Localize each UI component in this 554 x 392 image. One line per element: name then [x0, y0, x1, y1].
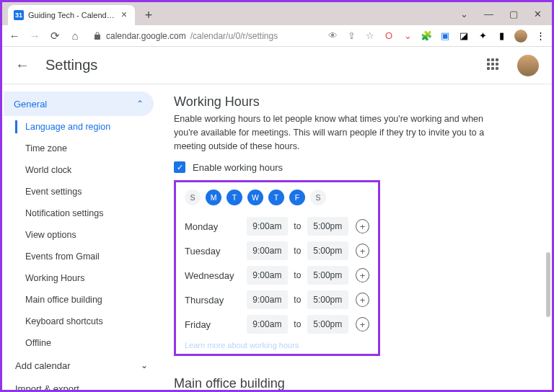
ext-icon-3[interactable]: ◪: [458, 30, 470, 42]
day-chip-S[interactable]: S: [185, 190, 201, 205]
enable-working-hours-label: Enable working hours: [193, 162, 283, 173]
menu-icon[interactable]: ⋮: [535, 30, 546, 42]
hours-row: Monday9:00amto5:00pm+: [185, 214, 369, 239]
eye-icon[interactable]: 👁: [327, 30, 338, 42]
url-path: /calendar/u/0/r/settings: [190, 31, 278, 41]
to-label: to: [288, 319, 307, 329]
profile-avatar-small[interactable]: [514, 30, 527, 43]
google-apps-icon[interactable]: [487, 58, 501, 73]
add-time-button[interactable]: +: [356, 317, 369, 331]
day-label: Tuesday: [185, 246, 247, 257]
add-time-button[interactable]: +: [356, 268, 369, 282]
sidebar-item-viewoptions[interactable]: View options: [2, 224, 161, 246]
chevron-down-icon: ⌄: [141, 360, 148, 370]
sidebar-group-import[interactable]: Import & export: [2, 377, 161, 390]
end-time-input[interactable]: 5:00pm: [307, 315, 348, 334]
close-tab-icon[interactable]: ×: [119, 10, 129, 20]
settings-sidebar: General ⌃ Language and region Time zone …: [2, 84, 161, 390]
sidebar-item-workinghours[interactable]: Working Hours: [2, 267, 161, 289]
working-hours-desc: Enable working hours to let people know …: [174, 112, 506, 153]
end-time-input[interactable]: 5:00pm: [307, 290, 348, 309]
sidebar-item-language[interactable]: Language and region: [2, 116, 161, 138]
forward-button[interactable]: →: [28, 30, 41, 43]
day-chip-M[interactable]: M: [206, 190, 221, 205]
page-title: Settings: [45, 57, 97, 74]
to-label: to: [288, 246, 307, 256]
day-chip-W[interactable]: W: [247, 190, 263, 205]
sidebar-item-officebuilding[interactable]: Main office building: [2, 289, 161, 311]
end-time-input[interactable]: 5:00pm: [307, 241, 348, 260]
add-time-button[interactable]: +: [356, 244, 369, 258]
sidebar-group-general[interactable]: General ⌃: [4, 92, 154, 116]
hours-row: Friday9:00amto5:00pm+: [185, 312, 369, 337]
day-chip-T[interactable]: T: [227, 190, 242, 205]
start-time-input[interactable]: 9:00am: [247, 241, 288, 260]
extensions-icon[interactable]: ✦: [477, 30, 488, 42]
url-host: calendar.google.com: [106, 31, 186, 41]
start-time-input[interactable]: 9:00am: [247, 217, 288, 236]
account-avatar[interactable]: [517, 55, 539, 76]
sidebar-item-eventsettings[interactable]: Event settings: [2, 181, 161, 202]
opera-ext-icon[interactable]: O: [383, 30, 395, 42]
scrollbar[interactable]: [546, 252, 550, 317]
day-chip-T[interactable]: T: [268, 190, 284, 205]
close-window-icon[interactable]: ✕: [534, 9, 542, 19]
chevron-up-icon: ⌃: [136, 99, 144, 109]
working-hours-title: Working Hours: [174, 94, 539, 110]
ext-icon-1[interactable]: 🧩: [421, 30, 432, 42]
tab-title: Guiding Tech - Calendar - Gener: [28, 11, 115, 19]
minimize-icon[interactable]: —: [484, 9, 493, 19]
address-bar[interactable]: calendar.google.com/calendar/u/0/r/setti…: [89, 31, 320, 41]
working-hours-panel: SMTWTFS Monday9:00amto5:00pm+Tuesday9:00…: [174, 180, 380, 356]
sidebar-item-timezone[interactable]: Time zone: [2, 138, 161, 159]
to-label: to: [288, 270, 307, 280]
sidebar-group-label: General: [14, 99, 47, 110]
settings-back-button[interactable]: ←: [15, 57, 30, 74]
hours-row: Wednesday9:00amto5:00pm+: [185, 263, 369, 288]
star-icon[interactable]: ☆: [364, 30, 376, 42]
to-label: to: [288, 221, 307, 231]
learn-more-link[interactable]: Learn more about working hours: [185, 341, 369, 349]
home-button[interactable]: ⌂: [69, 30, 82, 43]
sidebar-item-offline[interactable]: Offline: [2, 332, 161, 354]
share-icon[interactable]: ⇪: [346, 30, 357, 42]
back-button[interactable]: ←: [8, 30, 21, 43]
sidebar-item-notifications[interactable]: Notification settings: [2, 202, 161, 224]
add-time-button[interactable]: +: [356, 293, 369, 307]
start-time-input[interactable]: 9:00am: [247, 315, 288, 334]
sidebar-item-worldclock[interactable]: World clock: [2, 159, 161, 181]
day-label: Thursday: [185, 295, 247, 306]
day-label: Friday: [185, 319, 247, 330]
reload-button[interactable]: ⟳: [48, 30, 61, 43]
start-time-input[interactable]: 9:00am: [247, 290, 288, 309]
chevron-down-icon[interactable]: ⌄: [460, 9, 468, 19]
day-label: Monday: [185, 221, 247, 232]
new-tab-button[interactable]: +: [139, 6, 158, 24]
hours-row: Tuesday9:00amto5:00pm+: [185, 239, 369, 263]
ext-icon-2[interactable]: ▣: [439, 30, 451, 42]
enable-working-hours-checkbox[interactable]: ✓: [174, 161, 185, 173]
office-building-title: Main office building: [174, 376, 539, 390]
to-label: to: [288, 295, 307, 305]
add-time-button[interactable]: +: [356, 219, 369, 233]
lock-icon: [93, 32, 102, 40]
end-time-input[interactable]: 5:00pm: [307, 217, 348, 236]
day-chip-F[interactable]: F: [289, 190, 305, 205]
day-chip-S[interactable]: S: [310, 190, 326, 205]
browser-tab[interactable]: 31 Guiding Tech - Calendar - Gener ×: [8, 5, 135, 25]
sidebar-item-keyboard[interactable]: Keyboard shortcuts: [2, 311, 161, 332]
end-time-input[interactable]: 5:00pm: [307, 266, 348, 285]
bookmarks-icon[interactable]: ▮: [496, 30, 507, 42]
hours-row: Thursday9:00amto5:00pm+: [185, 288, 369, 312]
day-label: Wednesday: [185, 270, 247, 281]
start-time-input[interactable]: 9:00am: [247, 266, 288, 285]
pocket-ext-icon[interactable]: ⌄: [402, 30, 413, 42]
sidebar-item-gmailevents[interactable]: Events from Gmail: [2, 246, 161, 267]
maximize-icon[interactable]: ▢: [509, 9, 518, 19]
sidebar-group-addcalendar[interactable]: Add calendar ⌄: [2, 354, 161, 377]
calendar-favicon: 31: [14, 10, 24, 20]
